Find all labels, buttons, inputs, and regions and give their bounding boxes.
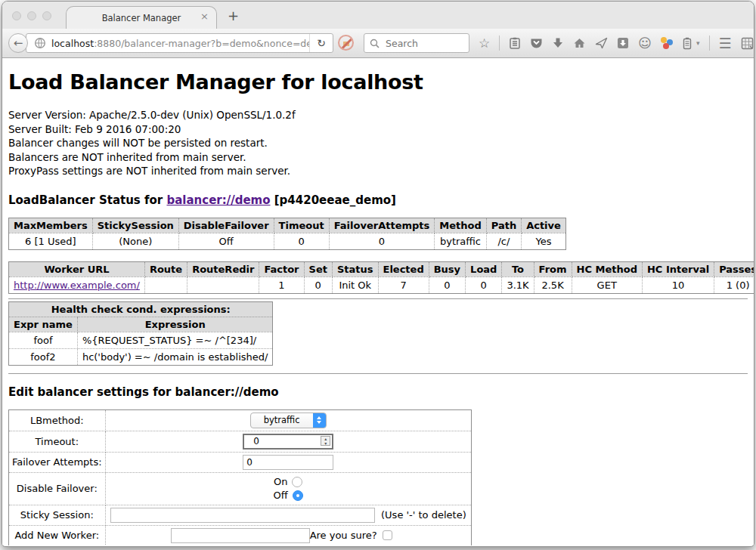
timeout-stepper[interactable]: ▴▾ [243,434,333,450]
search-input[interactable] [384,37,463,50]
table-row: http://www.example.com/ 1 0 Init Ok 7 0 … [9,277,754,293]
window-zoom-button[interactable] [42,11,51,20]
url-text: localhost:8880/balancer-manager?b=demo&n… [51,38,309,49]
lbmethod-select[interactable]: bytraffic [250,412,327,428]
battery-extension-icon[interactable] [682,37,692,50]
browser-window: Balancer Manager × + ← localhost:8880/ba… [2,1,754,547]
navigation-toolbar: ← localhost:8880/balancer-manager?b=demo… [2,29,754,58]
timeout-input[interactable] [251,435,325,446]
toolbar-separator [499,36,500,51]
home-icon[interactable] [573,37,586,49]
server-built-line: Server Built: Feb 9 2016 07:00:20 [8,122,748,137]
feedback-smiley-icon[interactable]: ☺ [638,37,652,50]
failover-attempts-row: Failover Attempts: [9,452,472,472]
search-icon [370,39,380,48]
table-header-row: Worker URL Route RouteRedir Factor Set S… [9,261,754,277]
server-info: Server Version: Apache/2.5.0-dev (Unix) … [8,108,748,178]
chevron-down-icon[interactable]: ▾ [696,39,700,47]
failover-off-radio[interactable] [293,490,303,501]
loadbalancer-status-heading: LoadBalancer Status for balancer://demo … [8,193,748,207]
search-box[interactable] [364,33,469,53]
server-version-line: Server Version: Apache/2.5.0-dev (Unix) … [8,108,748,122]
sticky-session-input[interactable] [110,508,375,523]
failover-attempts-input[interactable] [243,455,333,470]
balancer-demo-link[interactable]: balancer://demo [166,193,270,207]
are-you-sure-checkbox[interactable] [383,530,392,540]
page-title: Load Balancer Manager for localhost [8,70,748,94]
page-content: Load Balancer Manager for localhost Serv… [2,58,754,545]
failover-attempts-label: Failover Attempts: [9,452,106,472]
persist-note-line: Balancer changes will NOT be persisted o… [8,136,748,150]
tab-balancer-manager[interactable]: Balancer Manager × [66,6,217,29]
url-host: localhost [51,38,94,49]
inherit-note-line: Balancers are NOT inherited from main se… [8,150,748,165]
table-title-row: Health check cond. expressions: [9,301,273,317]
back-button[interactable]: ← [8,33,28,53]
lbmethod-selected-value: bytraffic [251,415,313,425]
globe-icon [34,37,46,49]
window-controls [12,11,51,20]
edit-settings-heading: Edit balancer settings for balancer://de… [8,385,748,399]
color-dots-extension-icon[interactable] [661,37,673,49]
add-worker-input[interactable] [171,528,310,543]
disable-failover-row: Disable Failover: On Off [9,472,472,505]
url-path: :8880/balancer-manager?b=demo&nonce=decc… [94,38,309,49]
section-divider [8,298,748,300]
table-row: 6 [1 Used] (None) Off 0 0 bytraffic /c/ … [9,233,566,249]
image-blocker-icon[interactable] [338,35,354,51]
table-header-row: MaxMembers StickySession DisableFailover… [9,218,566,233]
menu-hamburger-icon[interactable]: ☰ [719,37,732,50]
are-you-sure-label: Are you sure? [310,530,377,541]
radio-off-label: Off [274,490,288,501]
lbmethod-row: LBmethod: bytraffic [9,409,472,431]
reload-icon: ↻ [317,37,326,49]
add-worker-label: Add New Worker: [9,525,106,545]
worker-status-table: Worker URL Route RouteRedir Factor Set S… [8,261,754,294]
health-check-table: Health check cond. expressions: Expr nam… [8,301,273,366]
table-header-row: Expr name Expression [9,317,273,332]
tab-title: Balancer Manager [102,13,181,23]
toolbar-separator [709,36,710,51]
disable-failover-label: Disable Failover: [9,472,106,505]
radio-on-label: On [274,476,287,487]
sticky-session-hint: (Use '-' to delete) [381,509,468,521]
send-tab-icon[interactable] [595,37,608,49]
tab-bar: Balancer Manager × + [2,2,754,29]
lbmethod-label: LBmethod: [9,409,106,431]
window-close-button[interactable] [12,11,21,20]
new-tab-button[interactable]: + [228,8,239,23]
tab-close-icon[interactable]: × [200,11,209,21]
timeout-label: Timeout: [9,431,106,452]
section-divider [8,373,748,375]
sticky-session-label: Sticky Session: [9,505,106,525]
add-worker-row: Add New Worker: Are you sure? [9,525,472,545]
select-stepper-icon [313,413,326,428]
balancer-settings-form: LBmethod: bytraffic Timeout: ▴▾ [8,409,472,546]
url-bar[interactable]: localhost:8880/balancer-manager?b=demo&n… [26,33,333,53]
proxypass-note-line: ProxyPass settings are NOT inherited fro… [8,164,748,178]
balancer-status-table: MaxMembers StickySession DisableFailover… [8,218,566,250]
worker-url-link[interactable]: http://www.example.com/ [14,280,140,291]
table-row: foof2 hc('body') =~ /domain is establish… [9,348,273,365]
window-minimize-button[interactable] [27,11,36,20]
downloads-icon[interactable] [552,37,564,49]
pocket-icon[interactable] [530,37,543,49]
table-row: foof %{REQUEST_STATUS} =~ /^[234]/ [9,332,273,348]
grid-extension-icon[interactable] [741,37,754,50]
reading-list-icon[interactable] [509,37,521,50]
back-icon: ← [14,36,23,50]
spinner-icon[interactable]: ▴▾ [321,436,330,446]
sticky-session-row: Sticky Session: (Use '-' to delete) [9,505,472,525]
failover-on-radio[interactable] [292,477,302,487]
reload-button[interactable]: ↻ [309,34,333,52]
timeout-row: Timeout: ▴▾ [9,431,472,452]
download-panel-icon[interactable] [617,37,629,49]
toolbar-icons: ☆ ☺ [479,33,754,53]
bookmark-star-icon[interactable]: ☆ [479,37,490,50]
